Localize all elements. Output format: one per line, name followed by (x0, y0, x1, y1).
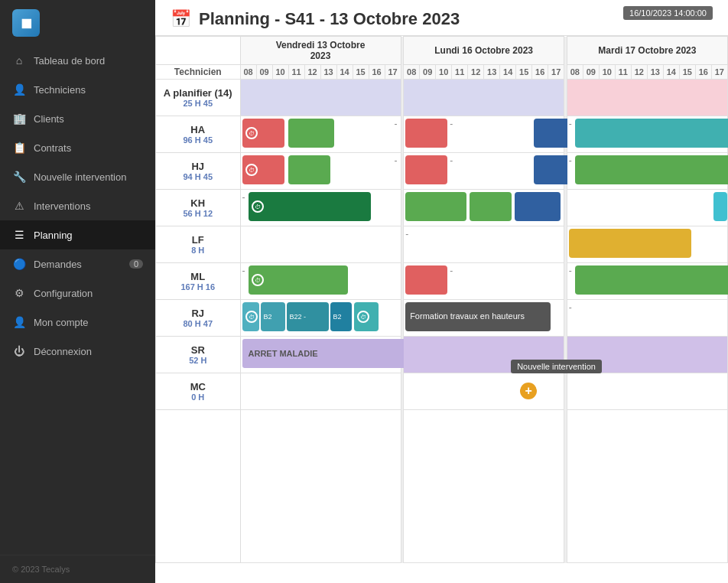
table-row: HJ 94 H 45 ⏱ - - (156, 153, 728, 190)
tech-cell-sr: SR 52 H (156, 337, 241, 373)
dash-indicator: - (395, 119, 398, 129)
user-icon: 👤 (12, 83, 26, 96)
grid-cell[interactable] (240, 80, 401, 116)
planning-table: Vendredi 13 Octobre2023 Lundi 16 Octobre… (155, 36, 728, 563)
event-block[interactable] (569, 229, 691, 258)
event-block[interactable] (575, 155, 728, 184)
grid-cell-kh-mardi[interactable] (567, 190, 727, 226)
grid-cell-lf-mardi[interactable] (567, 226, 727, 263)
event-block[interactable]: B22 - (287, 302, 329, 331)
event-block[interactable] (515, 192, 561, 221)
grid-cell-ha-vendredi[interactable]: ⏱ - (240, 116, 401, 153)
grid-cell-ml-lundi[interactable]: - (404, 263, 564, 300)
grid-cell-sr-vendredi[interactable]: ARRET MALADIE (240, 337, 401, 373)
table-row: MC 0 H Nouvelle intervention + (156, 373, 728, 410)
planning-grid[interactable]: Vendredi 13 Octobre2023 Lundi 16 Octobre… (155, 36, 728, 583)
grid-cell[interactable] (404, 80, 564, 116)
event-block[interactable] (470, 192, 512, 221)
dash-indicator: - (395, 155, 398, 166)
dash-indicator: - (242, 192, 245, 203)
event-block[interactable] (405, 119, 447, 148)
clock-icon: ⏱ (252, 200, 264, 213)
dash-indicator: - (450, 155, 453, 166)
event-block[interactable] (288, 155, 330, 184)
event-block[interactable]: ⏱ (242, 155, 284, 184)
grid-cell-lf-vendredi[interactable] (240, 226, 401, 263)
tech-cell-kh: KH 56 H 12 (156, 190, 241, 226)
event-block[interactable] (575, 265, 728, 295)
grid-cell-sr-mardi[interactable] (567, 337, 727, 373)
warning-icon: ⚠ (12, 199, 26, 213)
sidebar-item-tableau-de-bord[interactable]: ⌂ Tableau de bord (0, 46, 155, 75)
grid-cell-ml-mardi[interactable]: - (567, 263, 727, 300)
day-lundi: Lundi 16 Octobre 2023 (404, 37, 564, 65)
grid-cell-sr-lundi[interactable] (404, 337, 564, 373)
event-block[interactable]: ⏱ (242, 119, 284, 148)
event-block[interactable]: ⏱ (242, 302, 259, 331)
event-block[interactable] (288, 119, 334, 148)
sidebar-item-deconnexion[interactable]: ⏻ Déconnexion (0, 337, 155, 366)
clients-icon: 🏢 (12, 112, 26, 125)
event-block[interactable] (405, 155, 447, 184)
event-block[interactable] (405, 265, 447, 295)
grid-cell-hj-lundi[interactable]: - (404, 153, 564, 190)
formation-block[interactable]: Formation travaux en hauteurs (405, 302, 551, 331)
sidebar-logo: ◼ (0, 0, 155, 46)
tech-cell-ml: ML 167 H 16 (156, 263, 241, 300)
tech-cell-ha: HA 96 H 45 (156, 116, 241, 153)
event-block[interactable]: B2 (330, 302, 352, 331)
tech-cell-mc: MC 0 H (156, 373, 241, 410)
add-intervention-button[interactable]: + (520, 383, 537, 399)
sidebar-item-label: Configuration (34, 288, 93, 299)
sidebar-item-label: Interventions (34, 200, 90, 212)
grid-cell-ha-mardi[interactable]: - (567, 116, 727, 153)
day-header-row: Vendredi 13 Octobre2023 Lundi 16 Octobre… (156, 37, 728, 65)
grid-cell-mc-lundi[interactable]: Nouvelle intervention + (404, 373, 564, 410)
demandes-icon: 🔵 (12, 257, 26, 271)
config-icon: ⚙ (12, 286, 26, 300)
grid-cell-rj-mardi[interactable]: - (567, 300, 727, 337)
event-block[interactable] (713, 192, 727, 221)
sidebar-item-nouvelle-intervention[interactable]: 🔧 Nouvelle intervention (0, 162, 155, 191)
sidebar-item-label: Demandes (34, 259, 82, 270)
grid-cell-lf-lundi[interactable]: - (404, 226, 564, 263)
table-row: A planifier (14) 25 H 45 (156, 80, 728, 116)
sidebar-item-label: Mon compte (34, 317, 89, 328)
event-block[interactable]: ⏱ (354, 302, 379, 331)
sidebar-item-mon-compte[interactable]: 👤 Mon compte (0, 308, 155, 337)
event-block[interactable] (405, 192, 466, 221)
event-block[interactable]: ⏱ (249, 192, 371, 221)
grid-cell-mc-vendredi[interactable] (240, 373, 401, 410)
sidebar-item-interventions[interactable]: ⚠ Interventions (0, 191, 155, 220)
table-row: RJ 80 H 47 ⏱ B2 B22 - B2 ⏱ (156, 300, 728, 337)
sidebar-item-demandes[interactable]: 🔵 Demandes 0 (0, 249, 155, 278)
sidebar-item-contrats[interactable]: 📋 Contrats (0, 133, 155, 162)
main-content: 📅 Planning - S41 - 13 Octobre 2023 16/10… (155, 0, 728, 583)
grid-cell-kh-lundi[interactable] (404, 190, 564, 226)
grid-cell-rj-lundi[interactable]: Formation travaux en hauteurs (404, 300, 564, 337)
sidebar-item-label: Nouvelle intervention (34, 171, 126, 183)
sidebar-item-clients[interactable]: 🏢 Clients (0, 104, 155, 133)
sidebar-item-planning[interactable]: ☰ Planning (0, 220, 155, 249)
sidebar-item-label: Techniciens (34, 84, 86, 96)
sidebar-footer: © 2023 Tecalys (0, 555, 155, 583)
sidebar-item-label: Déconnexion (34, 346, 92, 357)
clock-icon: ⏱ (245, 311, 258, 323)
home-icon: ⌂ (12, 54, 26, 67)
grid-cell-hj-mardi[interactable]: - (567, 153, 727, 190)
empty-row (156, 410, 728, 563)
grid-cell-ha-lundi[interactable]: - (404, 116, 564, 153)
grid-cell-mc-mardi[interactable] (567, 373, 727, 410)
sidebar-nav: ⌂ Tableau de bord 👤 Techniciens 🏢 Client… (0, 46, 155, 555)
grid-cell-kh-vendredi[interactable]: - ⏱ (240, 190, 401, 226)
event-block[interactable] (575, 119, 728, 148)
grid-cell-rj-vendredi[interactable]: ⏱ B2 B22 - B2 ⏱ (240, 300, 401, 337)
event-block[interactable]: ⏱ (249, 265, 348, 295)
clock-icon: ⏱ (357, 311, 369, 323)
grid-cell-ml-vendredi[interactable]: - ⏱ (240, 263, 401, 300)
grid-cell[interactable] (567, 80, 727, 116)
grid-cell-hj-vendredi[interactable]: ⏱ - (240, 153, 401, 190)
event-block[interactable]: B2 (261, 302, 285, 331)
sidebar-item-configuration[interactable]: ⚙ Configuration (0, 278, 155, 308)
sidebar-item-techniciens[interactable]: 👤 Techniciens (0, 75, 155, 104)
